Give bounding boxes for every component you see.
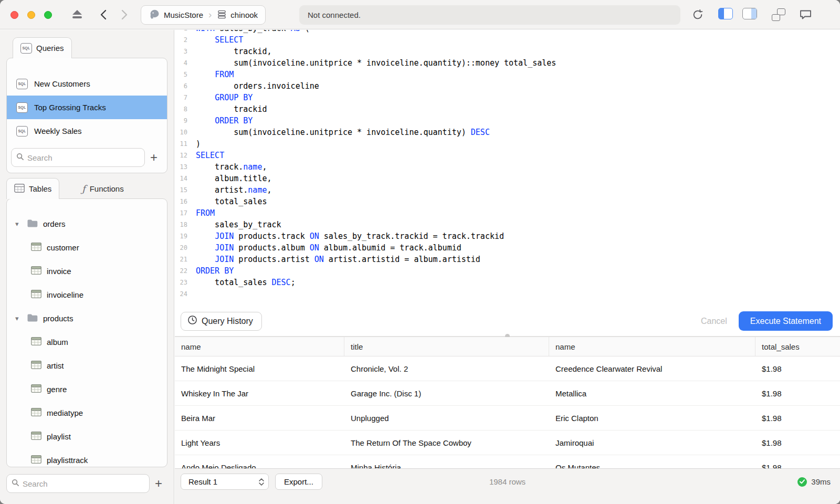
table-cell[interactable]: Jamiroquai [549,430,755,455]
table-grid-icon [31,361,41,371]
code-line: 2 SELECT [175,34,840,46]
add-query-button[interactable]: + [145,149,163,166]
table-cell[interactable]: Whiskey In The Jar [175,381,344,405]
table-tree-row[interactable]: mediatype [7,401,167,425]
chevron-down-icon[interactable]: ▾ [15,220,22,228]
code-text: orders.invoiceline [187,80,319,92]
table-tree-row[interactable]: invoiceline [7,283,167,307]
column-header[interactable]: name [549,337,755,356]
table-tree-row[interactable]: invoice [7,259,167,283]
query-list: SQL New Customers SQL Top Grossing Track… [7,72,167,143]
execute-statement-button[interactable]: Execute Statement [739,311,833,331]
back-button[interactable] [98,8,109,21]
forward-button[interactable] [119,8,130,21]
table-row[interactable]: Ando Meio DesligadoMinha HistóriaOs Muta… [175,455,840,468]
table-cell[interactable]: Metallica [549,381,755,405]
tab-queries[interactable]: SQL Queries [13,37,72,58]
line-number: 3 [175,46,187,57]
code-line: 21 JOIN products.artist ON artist.artist… [175,254,840,265]
table-cell[interactable]: $1.98 [755,406,840,430]
breadcrumb-database[interactable]: MusicStore [149,8,203,22]
table-tree-row[interactable]: playlist [7,425,167,448]
table-search-input[interactable] [23,479,144,488]
tab-functions[interactable]: ƒ Functions [75,178,131,199]
breadcrumb-schema[interactable]: chinook [217,9,258,21]
table-cell[interactable]: Garage Inc. (Disc 1) [344,381,549,405]
tab-tables[interactable]: Tables [6,178,59,199]
code-text: artist.name, [187,184,272,196]
table-grid-icon [31,455,41,465]
chat-bubble-icon[interactable] [799,9,812,23]
table-tree-row[interactable]: customer [7,236,167,259]
table-cell[interactable]: Chronicle, Vol. 2 [344,356,549,381]
breadcrumb-separator-icon: › [208,9,212,20]
minimize-window-button[interactable] [27,11,35,19]
table-cell[interactable]: The Midnight Special [175,356,344,381]
table-cell[interactable]: Os Mutantes [549,455,755,468]
cancel-button[interactable]: Cancel [689,317,739,326]
query-list-item[interactable]: SQL Weekly Sales [7,119,167,143]
line-number: 23 [175,277,187,288]
chevron-down-icon[interactable]: ▾ [15,314,22,322]
table-tree-row[interactable]: genre [7,377,167,401]
search-icon [16,153,24,163]
toggle-right-sidebar-icon[interactable] [742,8,757,19]
code-line: 9 ORDER BY [175,115,840,127]
disconnect-eject-icon[interactable] [71,9,83,20]
schema-folder-row[interactable]: ▾ products [7,307,167,330]
close-window-button[interactable] [10,11,18,19]
table-cell[interactable]: Unplugged [344,406,549,430]
table-search-field[interactable] [6,474,150,493]
query-list-item[interactable]: SQL New Customers [7,72,167,96]
table-tree-row[interactable]: artist [7,354,167,377]
table-cell[interactable]: Minha História [344,455,549,468]
table-cell[interactable]: $1.98 [755,356,840,381]
table-row[interactable]: Whiskey In The JarGarage Inc. (Disc 1)Me… [175,381,840,406]
column-header[interactable]: total_sales [755,337,840,356]
schema-folder-row[interactable]: ▾ orders [7,212,167,236]
query-list-panel: SQL New Customers SQL Top Grossing Track… [6,58,167,173]
table-row[interactable]: Light YearsThe Return Of The Space Cowbo… [175,430,840,455]
table-tree-row[interactable]: playlisttrack [7,448,167,467]
add-table-button[interactable]: + [150,475,167,492]
code-line: 22ORDER BY [175,265,840,277]
query-history-label: Query History [202,317,253,326]
table-cell[interactable]: $1.98 [755,430,840,455]
chevron-up-down-icon [259,478,264,486]
titlebar: MusicStore › chinook Not connected. [0,0,840,29]
column-header[interactable]: name [175,337,344,356]
table-row[interactable]: The Midnight SpecialChronicle, Vol. 2Cre… [175,356,840,381]
query-list-item[interactable]: SQL Top Grossing Tracks [7,96,167,119]
column-header[interactable]: title [344,337,549,356]
table-cell[interactable]: $1.98 [755,381,840,405]
query-item-label: Weekly Sales [34,127,82,135]
table-cell[interactable]: Ando Meio Desligado [175,455,344,468]
zoom-window-button[interactable] [44,11,52,19]
line-number: 14 [175,173,187,184]
table-cell[interactable]: $1.98 [755,455,840,468]
table-cell[interactable]: Beira Mar [175,406,344,430]
table-cell[interactable]: Creedence Clearwater Revival [549,356,755,381]
table-label: invoiceline [47,290,83,299]
table-cell[interactable]: Light Years [175,430,344,455]
export-button[interactable]: Export... [275,474,322,490]
windows-icon[interactable] [772,8,785,21]
query-history-button[interactable]: Query History [181,312,262,331]
results-body: The Midnight SpecialChronicle, Vol. 2Cre… [175,356,840,468]
table-row[interactable]: Beira MarUnpluggedEric Clapton$1.98 [175,406,840,430]
refresh-icon[interactable] [692,9,704,23]
table-grid-icon [31,432,41,442]
code-text: JOIN products.album ON album.albumid = t… [187,242,461,254]
table-cell[interactable]: The Return Of The Space Cowboy [344,430,549,455]
code-text: track.name, [187,161,267,173]
query-search-field[interactable] [11,148,145,167]
query-search-input[interactable] [27,153,140,162]
code-line: 8 trackid [175,103,840,115]
line-number: 19 [175,230,187,242]
toggle-left-sidebar-icon[interactable] [718,8,733,19]
result-selector-dropdown[interactable]: Result 1 [181,474,269,490]
line-number: 7 [175,92,187,103]
sql-editor[interactable]: 1WITH sales_by_track AS (2 SELECT3 track… [175,30,840,306]
table-tree-row[interactable]: album [7,330,167,354]
table-cell[interactable]: Eric Clapton [549,406,755,430]
